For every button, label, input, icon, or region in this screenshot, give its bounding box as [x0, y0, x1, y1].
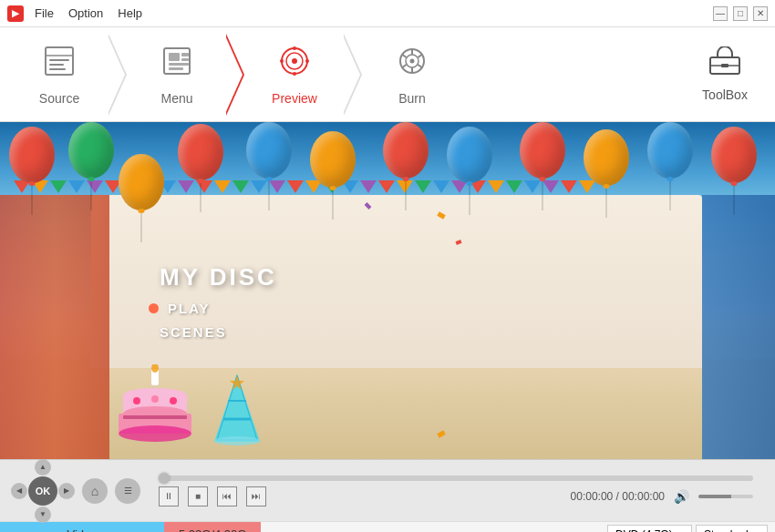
volume-slider[interactable] — [698, 495, 753, 498]
garland — [0, 175, 775, 193]
title-bar-left: ▶ File Option Help — [7, 5, 142, 22]
svg-point-17 — [305, 59, 309, 63]
svg-rect-4 — [49, 68, 66, 70]
burn-icon — [395, 44, 429, 86]
svg-rect-51 — [123, 415, 187, 419]
menu-scenes: SCENES — [160, 324, 227, 340]
svg-point-20 — [410, 58, 415, 63]
nav-item-source[interactable]: Source — [9, 34, 109, 116]
nav-up-button[interactable]: ▲ — [35, 459, 51, 476]
svg-rect-3 — [49, 64, 64, 66]
balloon-4 — [246, 122, 292, 179]
prev-button[interactable]: ⏮ — [217, 486, 237, 506]
pause-button[interactable]: ⏸ — [159, 486, 179, 506]
cake-svg — [109, 364, 201, 442]
svg-line-23 — [418, 65, 423, 68]
dvd-select[interactable]: DVD (4.7G) DVD (8.5G) BD (25G) — [607, 525, 692, 533]
play-dot — [149, 303, 159, 313]
source-label: Source — [39, 91, 79, 106]
home-button[interactable]: ⌂ — [82, 478, 108, 504]
garland-flag-27 — [506, 180, 522, 193]
toolbox-label: ToolBox — [702, 87, 748, 102]
toolbar-nav: Source Menu — [9, 34, 684, 116]
menu-help[interactable]: Help — [118, 6, 142, 20]
garland-flag-3 — [68, 180, 85, 193]
balloon-3 — [178, 124, 223, 180]
garland-flag-2 — [50, 180, 67, 193]
garland-flag-19 — [360, 180, 377, 193]
party-hat — [210, 373, 264, 450]
preview-area: MY DISC PLAY SCENES — [0, 122, 775, 459]
nav-left-button[interactable]: ◀ — [11, 483, 27, 499]
progress-thumb[interactable] — [159, 473, 170, 484]
source-icon — [42, 44, 77, 86]
left-wall — [0, 195, 109, 459]
garland-flag-14 — [269, 180, 285, 193]
garland-flag-28 — [524, 180, 541, 193]
balloon-7 — [447, 127, 492, 183]
garland-flag-15 — [287, 180, 304, 193]
garland-flag-13 — [251, 180, 267, 193]
nav-down-button[interactable]: ▼ — [35, 506, 51, 523]
garland-flag-11 — [214, 180, 231, 193]
status-bar: Video 5.22G/4.30G DVD (4.7G) DVD (8.5G) … — [0, 521, 775, 532]
svg-rect-28 — [721, 64, 728, 67]
title-bar-controls: — □ ✕ — [713, 6, 768, 21]
nav-arrow-2 — [226, 34, 244, 116]
nav-arrow-1 — [108, 34, 127, 116]
garland-flag-26 — [488, 180, 504, 193]
standard-select[interactable]: Standard High Ultra — [696, 525, 768, 533]
nav-item-preview[interactable]: Preview — [244, 34, 345, 116]
progress-bar[interactable] — [159, 476, 753, 481]
svg-rect-7 — [181, 53, 189, 56]
menu-file[interactable]: File — [35, 6, 54, 20]
nav-right-button[interactable]: ▶ — [58, 483, 75, 499]
balloon-0 — [9, 127, 55, 183]
garland-flag-20 — [378, 180, 395, 193]
title-bar: ▶ File Option Help — □ ✕ — [0, 0, 775, 27]
svg-point-50 — [170, 397, 177, 404]
nav-arrow-3 — [344, 34, 362, 116]
volume-icon[interactable]: 🔊 — [674, 489, 689, 504]
nav-item-burn[interactable]: Burn — [362, 34, 462, 116]
svg-point-49 — [151, 395, 159, 403]
app-icon: ▶ — [7, 5, 24, 22]
svg-line-22 — [418, 54, 423, 57]
menu-button[interactable]: ☰ — [115, 478, 140, 504]
menu-items: File Option Help — [35, 6, 142, 20]
svg-rect-6 — [169, 53, 180, 61]
stop-button[interactable]: ■ — [188, 486, 208, 506]
menu-play: PLAY — [149, 301, 211, 316]
status-dvd-controls: DVD (4.7G) DVD (8.5G) BD (25G) Standard … — [600, 522, 775, 532]
garland-flag-12 — [232, 180, 249, 193]
balloon-10 — [647, 122, 693, 179]
nav-item-menu[interactable]: Menu — [127, 34, 227, 116]
garland-flag-9 — [178, 180, 194, 193]
burn-label: Burn — [398, 91, 426, 106]
svg-point-48 — [133, 397, 140, 404]
toolbox-button[interactable]: ToolBox — [684, 34, 766, 116]
ok-button[interactable]: OK — [28, 476, 57, 506]
garland-flag-30 — [561, 180, 577, 193]
preview-label: Preview — [272, 91, 317, 106]
balloon-8 — [520, 122, 565, 179]
status-video-label: Video — [0, 522, 164, 532]
svg-point-16 — [280, 59, 284, 63]
close-button[interactable]: ✕ — [753, 6, 768, 21]
menu-option[interactable]: Option — [68, 6, 103, 20]
svg-line-25 — [402, 65, 407, 68]
next-button[interactable]: ⏭ — [246, 486, 266, 506]
balloon-9 — [584, 129, 629, 186]
menu-nav-icon — [160, 44, 194, 86]
garland-flag-22 — [415, 180, 431, 193]
menu-label: Menu — [160, 91, 192, 106]
maximize-button[interactable]: □ — [733, 6, 748, 21]
right-wall — [702, 195, 775, 459]
svg-line-26 — [402, 54, 407, 57]
preview-icon — [277, 44, 312, 86]
minimize-button[interactable]: — — [713, 6, 728, 21]
svg-rect-9 — [169, 63, 189, 66]
svg-point-15 — [293, 72, 296, 76]
svg-rect-8 — [181, 58, 189, 61]
time-display: 00:00:00 / 00:00:00 — [571, 490, 665, 503]
